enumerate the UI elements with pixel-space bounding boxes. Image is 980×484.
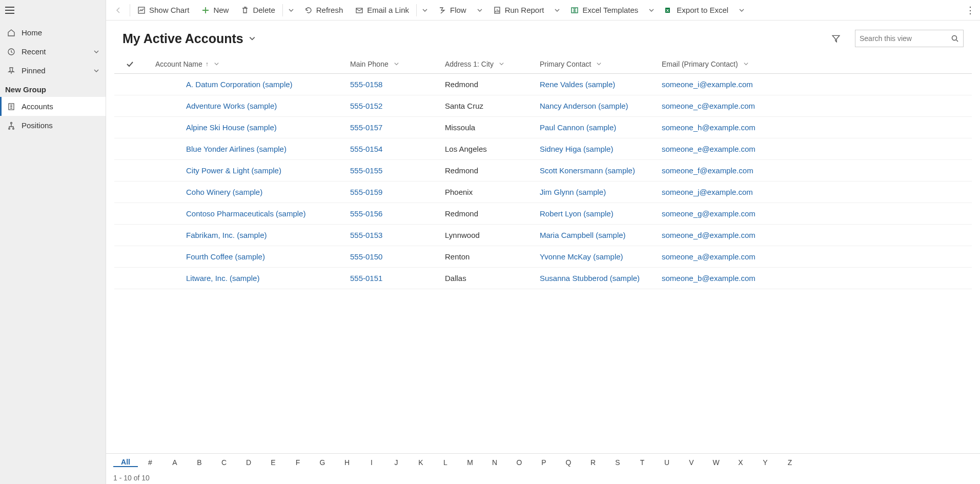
cell-primary-contact[interactable]: Nancy Anderson (sample)	[540, 102, 662, 110]
cell-main-phone[interactable]: 555-0157	[350, 123, 445, 132]
cell-account-name[interactable]: Contoso Pharmaceuticals (sample)	[145, 209, 350, 218]
alpha-index-item[interactable]: T	[630, 458, 655, 467]
export-excel-split-chevron[interactable]	[734, 7, 749, 13]
alpha-index-item[interactable]: E	[261, 458, 285, 467]
delete-button[interactable]: Delete	[235, 0, 281, 21]
cell-email[interactable]: someone_e@example.com	[662, 145, 795, 153]
alpha-index-item[interactable]: Q	[556, 458, 581, 467]
cell-email[interactable]: someone_f@example.com	[662, 166, 795, 175]
alpha-index-item[interactable]: O	[507, 458, 532, 467]
sidebar-item-pinned[interactable]: Pinned	[0, 61, 106, 80]
flow-split-chevron[interactable]	[473, 7, 487, 13]
alpha-index-item[interactable]: N	[482, 458, 507, 467]
cell-main-phone[interactable]: 555-0151	[350, 274, 445, 283]
cell-email[interactable]: someone_g@example.com	[662, 209, 795, 218]
cell-main-phone[interactable]: 555-0152	[350, 102, 445, 110]
alpha-index-item[interactable]: L	[433, 458, 458, 467]
cell-primary-contact[interactable]: Susanna Stubberod (sample)	[540, 274, 662, 283]
alpha-index-item[interactable]: U	[655, 458, 679, 467]
alpha-index-item[interactable]: D	[236, 458, 261, 467]
view-selector-chevron-icon[interactable]	[249, 35, 256, 42]
cell-account-name[interactable]: Blue Yonder Airlines (sample)	[145, 145, 350, 153]
cell-main-phone[interactable]: 555-0155	[350, 166, 445, 175]
alpha-index-item[interactable]: S	[605, 458, 630, 467]
show-chart-button[interactable]: Show Chart	[131, 0, 195, 21]
column-menu-chevron-icon[interactable]	[743, 61, 749, 67]
alpha-index-item[interactable]: P	[532, 458, 556, 467]
cell-main-phone[interactable]: 555-0158	[350, 80, 445, 89]
column-menu-chevron-icon[interactable]	[394, 61, 399, 67]
table-row[interactable]: Litware, Inc. (sample)555-0151DallasSusa…	[114, 268, 972, 289]
alpha-index-item[interactable]: W	[704, 458, 728, 467]
cell-primary-contact[interactable]: Rene Valdes (sample)	[540, 80, 662, 89]
column-header-account-name[interactable]: Account Name ↑	[145, 60, 350, 68]
cell-primary-contact[interactable]: Maria Campbell (sample)	[540, 231, 662, 239]
alpha-index-item[interactable]: C	[212, 458, 236, 467]
column-header-city[interactable]: Address 1: City	[445, 60, 540, 68]
table-row[interactable]: Fourth Coffee (sample)555-0150RentonYvon…	[114, 246, 972, 268]
table-row[interactable]: A. Datum Corporation (sample)555-0158Red…	[114, 74, 972, 95]
cell-email[interactable]: someone_i@example.com	[662, 80, 795, 89]
table-row[interactable]: Coho Winery (sample)555-0159PhoenixJim G…	[114, 182, 972, 203]
report-split-chevron[interactable]	[550, 7, 564, 13]
alpha-index-item[interactable]: H	[335, 458, 359, 467]
cell-email[interactable]: someone_j@example.com	[662, 188, 795, 196]
alpha-index-item[interactable]: G	[310, 458, 335, 467]
cell-primary-contact[interactable]: Yvonne McKay (sample)	[540, 252, 662, 261]
email-split-chevron[interactable]	[418, 7, 432, 13]
sidebar-item-recent[interactable]: Recent	[0, 42, 106, 61]
excel-templates-split-chevron[interactable]	[644, 7, 659, 13]
column-menu-chevron-icon[interactable]	[499, 61, 504, 67]
sidebar-item-home[interactable]: Home	[0, 23, 106, 42]
cell-main-phone[interactable]: 555-0159	[350, 188, 445, 196]
cell-email[interactable]: someone_d@example.com	[662, 231, 795, 239]
excel-templates-button[interactable]: Excel Templates	[564, 0, 644, 21]
alpha-index-item[interactable]: Z	[778, 458, 802, 467]
cell-account-name[interactable]: Coho Winery (sample)	[145, 188, 350, 196]
cell-account-name[interactable]: Adventure Works (sample)	[145, 102, 350, 110]
alpha-index-item[interactable]: J	[384, 458, 409, 467]
cell-email[interactable]: someone_h@example.com	[662, 123, 795, 132]
search-icon[interactable]	[951, 34, 959, 43]
alpha-index-item[interactable]: All	[113, 458, 138, 467]
cell-email[interactable]: someone_c@example.com	[662, 102, 795, 110]
delete-split-chevron[interactable]	[284, 7, 298, 13]
alpha-index-item[interactable]: A	[162, 458, 187, 467]
more-commands-button[interactable]: ⋮	[963, 5, 978, 16]
cell-primary-contact[interactable]: Robert Lyon (sample)	[540, 209, 662, 218]
select-all-column[interactable]	[114, 60, 145, 68]
alpha-index-item[interactable]: F	[285, 458, 310, 467]
cell-email[interactable]: someone_a@example.com	[662, 252, 795, 261]
search-input[interactable]	[860, 34, 951, 43]
hamburger-icon[interactable]	[5, 7, 14, 14]
search-box[interactable]	[855, 30, 964, 47]
filter-icon[interactable]	[831, 34, 841, 43]
table-row[interactable]: Blue Yonder Airlines (sample)555-0154Los…	[114, 138, 972, 160]
sidebar-item-accounts[interactable]: Accounts	[0, 97, 106, 116]
alpha-index-item[interactable]: M	[458, 458, 482, 467]
cell-account-name[interactable]: Fourth Coffee (sample)	[145, 252, 350, 261]
cell-email[interactable]: someone_b@example.com	[662, 274, 795, 283]
export-excel-button[interactable]: X Export to Excel	[659, 0, 734, 21]
table-row[interactable]: Fabrikam, Inc. (sample)555-0153LynnwoodM…	[114, 225, 972, 246]
flow-button[interactable]: Flow	[432, 0, 473, 21]
table-row[interactable]: Adventure Works (sample)555-0152Santa Cr…	[114, 95, 972, 117]
new-button[interactable]: New	[195, 0, 235, 21]
cell-account-name[interactable]: Alpine Ski House (sample)	[145, 123, 350, 132]
alpha-index-item[interactable]: K	[409, 458, 433, 467]
cell-account-name[interactable]: A. Datum Corporation (sample)	[145, 80, 350, 89]
column-menu-chevron-icon[interactable]	[214, 61, 219, 67]
column-header-primary-contact[interactable]: Primary Contact	[540, 60, 662, 68]
refresh-button[interactable]: Refresh	[298, 0, 350, 21]
alpha-index-item[interactable]: B	[187, 458, 212, 467]
alpha-index-item[interactable]: R	[581, 458, 605, 467]
column-menu-chevron-icon[interactable]	[596, 61, 602, 67]
alpha-index-item[interactable]: X	[728, 458, 753, 467]
cell-primary-contact[interactable]: Scott Konersmann (sample)	[540, 166, 662, 175]
alpha-index-item[interactable]: #	[138, 458, 162, 467]
email-link-button[interactable]: Email a Link	[349, 0, 415, 21]
alpha-index-item[interactable]: I	[359, 458, 384, 467]
cell-primary-contact[interactable]: Jim Glynn (sample)	[540, 188, 662, 196]
sidebar-item-positions[interactable]: Positions	[0, 116, 106, 135]
back-button[interactable]	[108, 6, 129, 14]
